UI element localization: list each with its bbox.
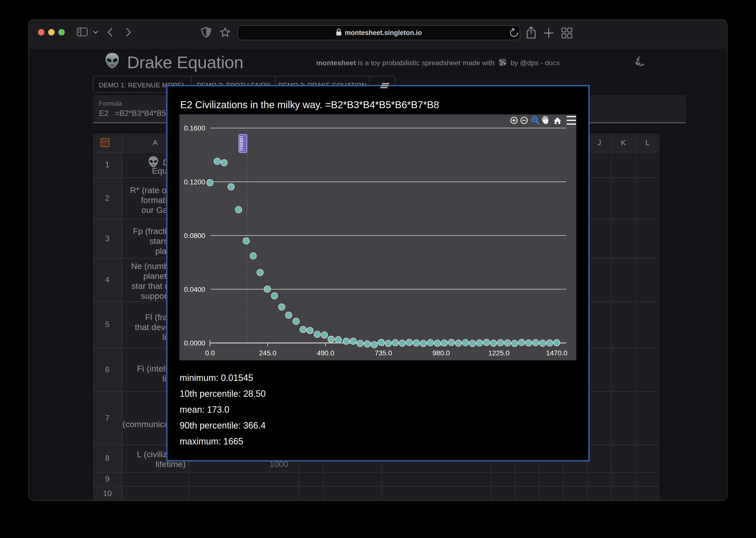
- svg-text:mean: mean: [238, 136, 244, 151]
- svg-text:245.0: 245.0: [259, 349, 277, 357]
- svg-text:0.1600: 0.1600: [184, 124, 205, 132]
- svg-text:1225.0: 1225.0: [488, 349, 510, 357]
- svg-text:735.0: 735.0: [375, 349, 392, 357]
- svg-text:0.1200: 0.1200: [184, 178, 205, 186]
- svg-text:1470.0: 1470.0: [546, 349, 567, 357]
- svg-text:0.0800: 0.0800: [184, 232, 205, 240]
- svg-text:0.0000: 0.0000: [184, 339, 205, 347]
- svg-text:0.0400: 0.0400: [184, 286, 205, 293]
- svg-text:0.0: 0.0: [205, 349, 215, 357]
- svg-text:980.0: 980.0: [432, 349, 450, 357]
- svg-text:490.0: 490.0: [317, 349, 334, 357]
